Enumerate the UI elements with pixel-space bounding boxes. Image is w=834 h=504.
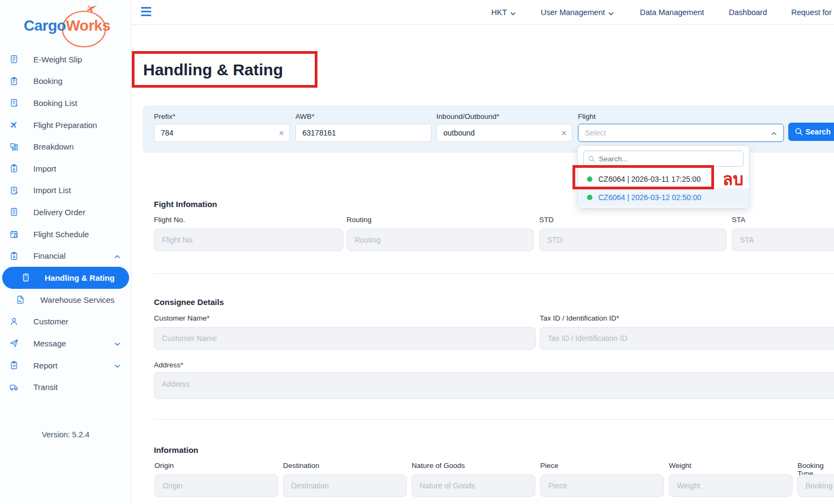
sta-field[interactable]: STA	[732, 229, 834, 251]
topnav-station[interactable]: HKT	[491, 8, 516, 17]
brand-logo: CargoWorks	[0, 9, 131, 42]
inbound-outbound-select[interactable]: ×	[436, 124, 573, 142]
weight-field[interactable]: Weight	[669, 474, 793, 497]
flight-select[interactable]: Select	[578, 124, 784, 142]
topnav-user-management[interactable]: User Management	[541, 8, 614, 17]
sidebar-item-label: Flight Schedule	[33, 230, 89, 239]
report-icon	[10, 361, 18, 370]
destination-label: Destination	[283, 462, 320, 470]
sidebar-item-handling-rating[interactable]: Handling & Rating	[2, 267, 129, 289]
sidebar-item-financial[interactable]: $ Financial	[0, 245, 131, 267]
divider	[154, 273, 834, 274]
inbound-outbound-value[interactable]	[437, 124, 572, 141]
awb-input-wrap	[295, 124, 432, 142]
sidebar-item-customer[interactable]: Customer	[0, 311, 131, 333]
weight-label: Weight	[669, 462, 691, 470]
sidebar-item-label: Import	[33, 164, 56, 173]
clear-prefix-icon[interactable]: ×	[279, 129, 284, 138]
booking-list-icon	[10, 98, 18, 107]
inbound-outbound-field-group: Inbound/Outbound* ×	[436, 112, 573, 142]
topnav-station-label: HKT	[491, 8, 507, 17]
warehouse-services-icon	[16, 295, 25, 304]
sidebar-item-booking[interactable]: Booking	[0, 70, 131, 93]
sidebar-item-transit[interactable]: Transit	[0, 376, 131, 398]
sidebar-item-delivery-order[interactable]: Delivery Order	[0, 201, 131, 223]
prefix-input-wrap: ×	[154, 124, 290, 142]
customer-name-field[interactable]: Customer Name	[154, 327, 536, 350]
chevron-up-icon	[771, 128, 777, 138]
sidebar-item-label: Import List	[33, 186, 71, 195]
nature-of-goods-placeholder: Nature of Goods	[420, 481, 475, 490]
destination-field[interactable]: Destination	[283, 474, 407, 497]
nature-of-goods-label: Nature of Goods	[412, 462, 465, 470]
brand-name: CargoWorks	[24, 17, 110, 34]
routing-placeholder: Routing	[355, 236, 380, 244]
sidebar-item-warehouse-services[interactable]: Warehouse Services	[0, 289, 131, 311]
sidebar-item-booking-list[interactable]: Booking List	[0, 92, 131, 114]
search-button[interactable]: Search	[788, 123, 834, 141]
flight-schedule-icon	[10, 230, 18, 238]
flight-select-placeholder: Select	[585, 129, 606, 137]
dropdown-search-input[interactable]	[584, 151, 743, 166]
booking-type-field[interactable]: Booking Type	[797, 474, 834, 497]
divider	[154, 419, 834, 420]
flight-preparation-icon	[10, 120, 18, 129]
piece-placeholder: Piece	[548, 481, 567, 490]
sidebar-item-flight-preparation[interactable]: Flight Preparation	[0, 114, 131, 136]
sidebar-item-label: Booking	[33, 76, 62, 86]
routing-field[interactable]: Routing	[347, 229, 534, 251]
piece-field[interactable]: Piece	[540, 474, 664, 497]
sidebar-item-breakdown[interactable]: Breakdown	[0, 136, 131, 158]
sidebar-item-label: Handling & Rating	[45, 273, 115, 282]
hamburger-menu-icon[interactable]	[141, 7, 151, 16]
sidebar-item-import-list[interactable]: Import List	[0, 180, 131, 202]
status-dot-green	[587, 195, 592, 200]
nature-of-goods-field[interactable]: Nature of Goods	[412, 474, 535, 497]
section-title-information: Information	[154, 445, 199, 455]
inbound-outbound-label: Inbound/Outbound*	[436, 112, 573, 120]
breakdown-icon	[10, 143, 18, 151]
tax-id-placeholder: Tax ID / Identification ID	[548, 334, 627, 343]
origin-field[interactable]: Origin	[154, 474, 278, 497]
flight-no-label: Flight No.	[154, 216, 185, 224]
address-field[interactable]: Address	[154, 372, 834, 399]
sidebar-item-message[interactable]: Message	[0, 332, 131, 354]
financial-icon: $	[10, 252, 18, 260]
awb-field-group: AWB*	[295, 112, 432, 142]
sidebar-item-import[interactable]: Import	[0, 158, 131, 180]
destination-placeholder: Destination	[291, 481, 329, 490]
std-placeholder: STD	[547, 236, 562, 244]
dropdown-search-wrap	[583, 151, 744, 167]
svg-text:$: $	[13, 254, 16, 259]
topnav-dashboard[interactable]: Dashboard	[729, 8, 767, 17]
prefix-field-group: Prefix* ×	[154, 112, 290, 142]
sidebar-item-flight-schedule[interactable]: Flight Schedule	[0, 223, 131, 245]
prefix-input[interactable]	[154, 124, 289, 141]
sidebar-item-report[interactable]: Report	[0, 354, 131, 377]
flight-no-field[interactable]: Flight No.	[154, 229, 343, 251]
flight-no-placeholder: Flight No.	[162, 236, 194, 244]
message-icon	[10, 339, 18, 347]
status-dot-green	[587, 176, 592, 182]
clear-inbound-outbound-icon[interactable]: ×	[561, 129, 567, 138]
section-title-flight-info: Fight Infomation	[154, 200, 217, 209]
section-title-consignee: Consignee Details	[154, 297, 224, 307]
sidebar-item-e-weight-slip[interactable]: E-Weight Slip	[0, 48, 131, 70]
tax-id-field[interactable]: Tax ID / Identification ID	[540, 327, 834, 350]
std-field[interactable]: STD	[539, 229, 726, 251]
prefix-label: Prefix*	[154, 112, 290, 120]
topnav-dashboard-label: Dashboard	[729, 8, 767, 17]
import-list-icon	[10, 186, 18, 195]
awb-input[interactable]	[296, 124, 431, 141]
sidebar-item-label: Transit	[33, 382, 58, 392]
sidebar-item-label: Booking List	[33, 98, 77, 108]
sidebar-item-label: Flight Preparation	[33, 120, 97, 130]
handling-rating-icon	[22, 273, 30, 282]
topnav-request-support[interactable]: Request for Support	[791, 8, 834, 17]
address-label: Address*	[154, 361, 183, 369]
origin-label: Origin	[154, 462, 174, 470]
awb-label: AWB*	[295, 112, 432, 120]
topnav-data-management[interactable]: Data Management	[640, 8, 704, 17]
page-title: Handling & Rating	[143, 61, 283, 79]
piece-label: Piece	[540, 462, 559, 470]
